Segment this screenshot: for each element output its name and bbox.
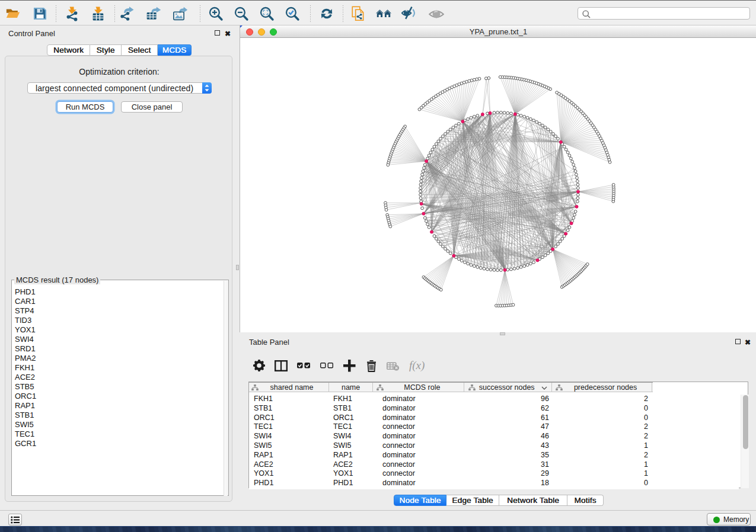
svg-text:f(x): f(x) [409, 360, 425, 372]
